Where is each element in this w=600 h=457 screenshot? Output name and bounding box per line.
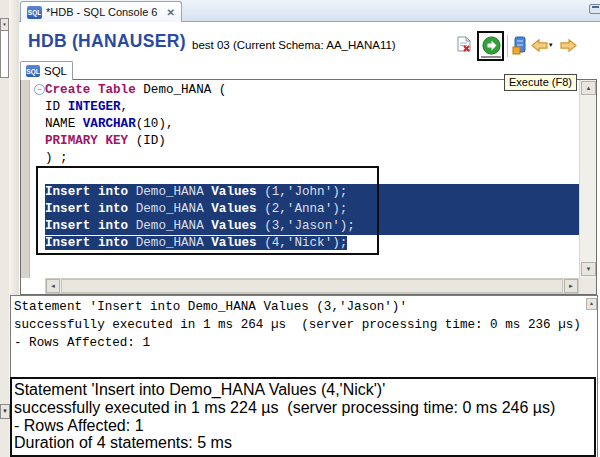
- back-dropdown-icon[interactable]: ▾: [549, 41, 553, 49]
- minimize-view-icon[interactable]: [589, 4, 600, 14]
- execute-icon[interactable]: [482, 36, 501, 55]
- editor-tab-bar: SQL *HDB - SQL Console 6 ✕: [19, 0, 600, 22]
- results-log[interactable]: Statement 'Insert into Demo_HANA Values …: [10, 295, 598, 457]
- sql-console-window: ▾ ▼ SQL *HDB - SQL Console 6 ✕ HDB (HANA…: [0, 0, 600, 457]
- code-area[interactable]: Create Table Demo_HANA (ID INTEGER,NAME …: [45, 82, 579, 252]
- scroll-right-icon[interactable]: ►: [564, 279, 578, 293]
- left-pane-scroll-button[interactable]: ▾: [0, 18, 9, 31]
- result-line: successfully executed in 1 ms 264 µs (se…: [14, 317, 581, 335]
- editor-gutter: [21, 80, 30, 278]
- scroll-up-icon[interactable]: ▲: [581, 81, 596, 95]
- execute-underline: [481, 56, 501, 58]
- left-pane-scroll-down-icon[interactable]: ▼: [0, 404, 10, 419]
- tab-sql-label: SQL: [44, 65, 67, 77]
- code-line[interactable]: Create Table Demo_HANA (: [45, 82, 579, 99]
- console-header: HDB (HANAUSER) best 03 (Current Schema: …: [19, 22, 600, 60]
- editor-vertical-scrollbar[interactable]: ▲ ▼: [579, 80, 596, 278]
- fold-collapse-icon[interactable]: −: [34, 84, 45, 95]
- code-line[interactable]: Insert into Demo_HANA Values (3,'Jason')…: [45, 218, 579, 235]
- code-line[interactable]: ID INTEGER,: [45, 99, 579, 116]
- connection-schema: best 03 (Current Schema: AA_HANA11): [192, 39, 396, 51]
- close-icon[interactable]: ✕: [166, 7, 174, 18]
- result-block: Statement 'Insert into Demo_HANA Values …: [14, 299, 581, 352]
- code-line[interactable]: Insert into Demo_HANA Values (2,'Anna');: [45, 201, 579, 218]
- tab-sql[interactable]: SQL SQL: [20, 61, 73, 80]
- result-line: - Rows Affected: 1: [14, 335, 581, 353]
- scroll-down-icon[interactable]: ▼: [581, 262, 596, 276]
- code-line[interactable]: [45, 167, 579, 184]
- scrollbar-thumb[interactable]: [61, 279, 563, 293]
- commit-icon[interactable]: [512, 36, 527, 55]
- scroll-left-icon[interactable]: ◄: [46, 279, 60, 293]
- toolbar-separator: [507, 35, 508, 57]
- clear-statement-icon[interactable]: [456, 36, 472, 53]
- sql-icon: SQL: [26, 65, 40, 77]
- connection-title: HDB (HANAUSER): [28, 31, 186, 52]
- sql-file-icon: SQL: [27, 6, 42, 19]
- editor-horizontal-scrollbar[interactable]: ◄ ►: [45, 278, 579, 294]
- code-line[interactable]: ) ;: [45, 150, 579, 167]
- back-icon[interactable]: [531, 39, 548, 52]
- code-line[interactable]: Insert into Demo_HANA Values (1,'John');: [45, 184, 579, 201]
- tooltip-execute: Execute (F8): [504, 74, 577, 91]
- code-line[interactable]: PRIMARY KEY (ID): [45, 133, 579, 150]
- code-line[interactable]: Insert into Demo_HANA Values (4,'Nick');: [45, 235, 579, 252]
- tab-title: *HDB - SQL Console 6: [46, 6, 157, 18]
- scrollbar-corner: [579, 278, 596, 294]
- tab-sql-console[interactable]: SQL *HDB - SQL Console 6 ✕: [20, 1, 182, 22]
- forward-icon[interactable]: [560, 39, 577, 52]
- sql-editor[interactable]: − Create Table Demo_HANA (ID INTEGER,NAM…: [20, 79, 597, 295]
- result-line: Statement 'Insert into Demo_HANA Values …: [14, 299, 581, 317]
- code-line[interactable]: NAME VARCHAR(10),: [45, 116, 579, 133]
- results-scroll-up-icon[interactable]: ▲: [586, 298, 597, 310]
